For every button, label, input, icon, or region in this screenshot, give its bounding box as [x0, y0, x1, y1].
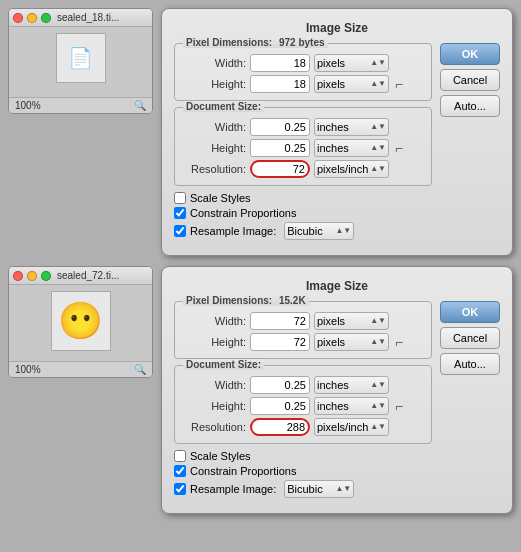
top-doc-height-input[interactable] [250, 139, 310, 157]
bottom-pixel-link-icon: ⌐ [395, 334, 403, 350]
bottom-cancel-button[interactable]: Cancel [440, 327, 500, 349]
zoom-icon[interactable]: 🔍 [134, 100, 146, 111]
top-resolution-unit[interactable]: pixels/inch ▲▼ [314, 160, 389, 178]
top-pixel-link-icon: ⌐ [395, 76, 403, 92]
top-ok-button[interactable]: OK [440, 43, 500, 65]
top-constrain-row: Constrain Proportions [174, 207, 432, 219]
top-resolution-row: Resolution: pixels/inch ▲▼ [181, 160, 425, 178]
top-scale-styles-label: Scale Styles [190, 192, 251, 204]
bottom-scale-styles-checkbox[interactable] [174, 450, 186, 462]
top-pixel-width-input[interactable] [250, 54, 310, 72]
top-window-content: 📄 [9, 27, 152, 97]
top-doc-section-title: Document Size: [183, 101, 264, 112]
bottom-resolution-unit[interactable]: pixels/inch ▲▼ [314, 418, 389, 436]
bottom-pixel-width-row: Width: pixels ▲▼ [181, 312, 425, 330]
top-dialog-title: Image Size [174, 21, 500, 35]
top-pixel-height-unit[interactable]: pixels ▲▼ [314, 75, 389, 93]
top-pixel-height-label: Height: [181, 78, 246, 90]
top-pixel-height-input[interactable] [250, 75, 310, 93]
zoom-button[interactable] [41, 13, 51, 23]
bottom-dialog-buttons: OK Cancel Auto... [440, 301, 500, 501]
bottom-window-title: sealed_72.ti... [57, 270, 119, 281]
top-constrain-label: Constrain Proportions [190, 207, 296, 219]
top-resolution-input[interactable] [250, 160, 310, 178]
bottom-close-button[interactable] [13, 271, 23, 281]
top-constrain-checkbox[interactable] [174, 207, 186, 219]
top-zoom-label: 100% [15, 100, 41, 111]
bottom-zoom-button[interactable] [41, 271, 51, 281]
top-scale-styles-checkbox[interactable] [174, 192, 186, 204]
top-doc-width-label: Width: [181, 121, 246, 133]
close-button[interactable] [13, 13, 23, 23]
bottom-resample-select[interactable]: Bicubic ▲▼ [284, 480, 354, 498]
top-pixel-height-arrow: ▲▼ [370, 80, 386, 88]
bottom-constrain-checkbox[interactable] [174, 465, 186, 477]
top-pixel-width-row: Width: pixels ▲▼ [181, 54, 425, 72]
top-resolution-arrow: ▲▼ [370, 165, 386, 173]
bottom-doc-section-title: Document Size: [183, 359, 264, 370]
bottom-pixel-width-unit[interactable]: pixels ▲▼ [314, 312, 389, 330]
top-doc-height-unit[interactable]: inches ▲▼ [314, 139, 389, 157]
bottom-doc-height-unit[interactable]: inches ▲▼ [314, 397, 389, 415]
bottom-resample-row: Resample Image: Bicubic ▲▼ [174, 480, 432, 498]
bottom-minimize-button[interactable] [27, 271, 37, 281]
top-panel: sealed_18.ti... 📄 100% 🔍 Image Size Pixe… [8, 8, 513, 256]
bottom-doc-height-arrow: ▲▼ [370, 402, 386, 410]
top-cancel-button[interactable]: Cancel [440, 69, 500, 91]
minimize-button[interactable] [27, 13, 37, 23]
bottom-pixel-height-unit[interactable]: pixels ▲▼ [314, 333, 389, 351]
bottom-window-content: 😶 [9, 285, 152, 361]
top-auto-button[interactable]: Auto... [440, 95, 500, 117]
bottom-pixel-width-input[interactable] [250, 312, 310, 330]
bottom-window-footer: 100% 🔍 [9, 361, 152, 377]
bottom-pixel-height-input[interactable] [250, 333, 310, 351]
bottom-doc-section: Document Size: Width: inches ▲▼ Height: [174, 365, 432, 444]
top-resample-row: Resample Image: Bicubic ▲▼ [174, 222, 432, 240]
top-doc-width-input[interactable] [250, 118, 310, 136]
bottom-dialog-title: Image Size [174, 279, 500, 293]
bottom-doc-height-row: Height: inches ▲▼ ⌐ [181, 397, 425, 415]
bottom-doc-height-input[interactable] [250, 397, 310, 415]
bottom-pixel-width-label: Width: [181, 315, 246, 327]
top-resolution-label: Resolution: [181, 163, 246, 175]
bottom-ok-button[interactable]: OK [440, 301, 500, 323]
bottom-titlebar: sealed_72.ti... [9, 267, 152, 285]
top-resample-checkbox[interactable] [174, 225, 186, 237]
bottom-doc-width-input[interactable] [250, 376, 310, 394]
top-dialog-buttons: OK Cancel Auto... [440, 43, 500, 243]
top-doc-width-arrow: ▲▼ [370, 123, 386, 131]
bottom-dialog: Image Size Pixel Dimensions: 15.2K Width… [161, 266, 513, 514]
bottom-doc-link-icon: ⌐ [395, 398, 403, 414]
top-pixel-height-row: Height: pixels ▲▼ ⌐ [181, 75, 425, 93]
bottom-resample-checkbox[interactable] [174, 483, 186, 495]
top-doc-height-row: Height: inches ▲▼ ⌐ [181, 139, 425, 157]
top-doc-link-icon: ⌐ [395, 140, 403, 156]
bottom-auto-button[interactable]: Auto... [440, 353, 500, 375]
top-pixel-section-title: Pixel Dimensions: 972 bytes [183, 37, 328, 48]
bottom-zoom-icon[interactable]: 🔍 [134, 364, 146, 375]
top-scale-styles-row: Scale Styles [174, 192, 432, 204]
top-pixel-width-unit[interactable]: pixels ▲▼ [314, 54, 389, 72]
bottom-doc-width-row: Width: inches ▲▼ [181, 376, 425, 394]
top-dialog-body: Pixel Dimensions: 972 bytes Width: pixel… [174, 43, 500, 243]
bottom-preview-window: sealed_72.ti... 😶 100% 🔍 [8, 266, 153, 378]
bottom-scale-styles-row: Scale Styles [174, 450, 432, 462]
top-doc-height-label: Height: [181, 142, 246, 154]
bottom-doc-width-arrow: ▲▼ [370, 381, 386, 389]
top-resample-select[interactable]: Bicubic ▲▼ [284, 222, 354, 240]
bottom-pixel-section: Pixel Dimensions: 15.2K Width: pixels ▲▼… [174, 301, 432, 359]
top-doc-width-unit[interactable]: inches ▲▼ [314, 118, 389, 136]
bottom-doc-width-unit[interactable]: inches ▲▼ [314, 376, 389, 394]
bottom-dialog-body: Pixel Dimensions: 15.2K Width: pixels ▲▼… [174, 301, 500, 501]
bottom-doc-width-label: Width: [181, 379, 246, 391]
bottom-pixel-width-arrow: ▲▼ [370, 317, 386, 325]
bottom-doc-height-label: Height: [181, 400, 246, 412]
top-preview-window: sealed_18.ti... 📄 100% 🔍 [8, 8, 153, 114]
bottom-pixel-section-title: Pixel Dimensions: 15.2K [183, 295, 309, 306]
bottom-pixel-height-arrow: ▲▼ [370, 338, 386, 346]
bottom-pixel-height-row: Height: pixels ▲▼ ⌐ [181, 333, 425, 351]
bottom-pixel-height-label: Height: [181, 336, 246, 348]
top-icon: 📄 [68, 46, 93, 70]
bottom-resolution-input[interactable] [250, 418, 310, 436]
top-dialog: Image Size Pixel Dimensions: 972 bytes W… [161, 8, 513, 256]
